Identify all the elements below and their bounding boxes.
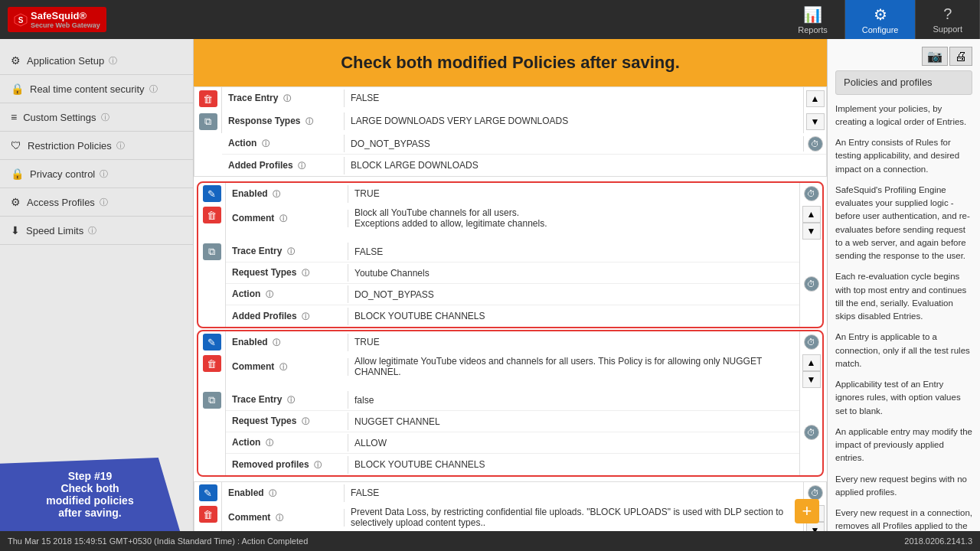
clock-btn-3c[interactable]: ⏱ — [804, 425, 819, 440]
scroll-up-btn[interactable]: ▲ — [802, 354, 821, 371]
status-bar: Thu Mar 15 2018 15:49:51 GMT+0530 (India… — [0, 531, 980, 551]
help-icon-5[interactable]: ⓘ — [100, 197, 108, 208]
copy-btn-3[interactable]: ⧉ — [203, 392, 221, 409]
help-icon[interactable]: ⓘ — [279, 363, 287, 371]
control-col-3c: ⧉ — [198, 390, 226, 475]
scroll-down-btn[interactable]: ▼ — [802, 223, 821, 240]
help-icon-3[interactable]: ⓘ — [116, 140, 125, 152]
sidebar-item-custom-settings[interactable]: ≡ Custom Settings ⓘ — [0, 103, 193, 132]
sidebar-item-speed-limits[interactable]: ⬇ Speed Limits ⓘ — [0, 217, 193, 245]
callout-line3: after saving. — [11, 507, 169, 519]
sidebar-item-application-setup[interactable]: ⚙ Application Setup ⓘ — [0, 47, 193, 75]
help-icon[interactable]: ⓘ — [283, 94, 291, 103]
field-value: TRUE — [348, 334, 799, 350]
configure-label: Configure — [862, 25, 899, 34]
main-layout: ⚙ Application Setup ⓘ 🔒 Real time conten… — [0, 39, 980, 531]
field-value: LARGE DOWNLOADS VERY LARGE DOWNLOADS — [345, 112, 803, 129]
table-row: Action ⓘ ALLOW — [226, 432, 799, 454]
clock-btn-3[interactable]: ⏱ — [804, 334, 819, 350]
configure-nav-btn[interactable]: ⚙ Configure — [845, 0, 916, 39]
help-icon[interactable]: ⓘ — [302, 417, 309, 425]
control-col-4a: ✎ — [194, 482, 222, 504]
scroll-up-btn[interactable]: ▲ — [802, 206, 821, 223]
help-icon[interactable]: ⓘ — [302, 312, 309, 321]
table-row: Trace Entry ⓘ FALSE — [222, 87, 803, 109]
scroll-col-2b: ▲ ▼ — [799, 204, 822, 241]
field-value: NUGGET CHANNEL — [348, 413, 799, 430]
help-icon[interactable]: ⓘ — [287, 247, 295, 256]
support-icon: ? — [943, 5, 952, 23]
delete-btn-3[interactable]: 🗑 — [203, 355, 221, 372]
help-icon-0[interactable]: ⓘ — [109, 55, 117, 67]
help-icon-4[interactable]: ⓘ — [100, 168, 108, 180]
copy-btn-1[interactable]: ⧉ — [199, 113, 217, 130]
help-icon[interactable]: ⓘ — [279, 214, 287, 223]
table-row: Added Profiles ⓘ BLOCK LARGE DOWNLOADS — [222, 155, 826, 176]
sidebar-item-privacy-control[interactable]: 🔒 Privacy control ⓘ — [0, 160, 193, 188]
delete-btn-2[interactable]: 🗑 — [203, 207, 221, 223]
sidebar-item-label: Speed Limits — [26, 225, 83, 236]
panel-actions: 📷 🖨 — [835, 47, 972, 66]
edit-btn-2[interactable]: ✎ — [203, 185, 221, 202]
table-area[interactable]: 🗑 Trace Entry ⓘ FALSE ▲ ⧉ — [194, 86, 827, 531]
add-entry-btn[interactable]: + — [795, 499, 819, 523]
real-time-icon: 🔒 — [11, 83, 24, 95]
print-btn[interactable]: 🖨 — [949, 47, 972, 66]
clock-btn-2[interactable]: ⏱ — [804, 186, 819, 201]
field-label: Action ⓘ — [226, 285, 348, 303]
field-value: DO_NOT_BYPASS — [348, 286, 799, 303]
entry-group-1a: 🗑 Trace Entry ⓘ FALSE ▲ — [194, 87, 826, 110]
sidebar-item-label: Access Profiles — [27, 197, 95, 208]
fields-col-1b: Response Types ⓘ LARGE DOWNLOADS VERY LA… — [222, 110, 803, 133]
help-icon[interactable]: ⓘ — [273, 190, 280, 198]
field-label: Request Types ⓘ — [226, 412, 348, 430]
copy-btn-2[interactable]: ⧉ — [203, 243, 221, 260]
callout-line2: modified policies — [11, 494, 169, 507]
configure-icon: ⚙ — [874, 5, 887, 24]
table-row: Action ⓘ DO_NOT_BYPASS ⏱ — [222, 133, 826, 155]
support-nav-btn[interactable]: ? Support — [916, 0, 980, 39]
clock-btn-4[interactable]: ⏱ — [808, 485, 823, 500]
help-icon[interactable]: ⓘ — [276, 514, 283, 522]
clock-btn-2c[interactable]: ⏱ — [804, 276, 819, 292]
logo-area: S SafeSquid® Secure Web Gateway — [0, 7, 114, 32]
entry-section-3: ✎ Enabled ⓘ TRUE ⏱ 🗑 — [197, 330, 824, 477]
field-value: DO_NOT_BYPASS — [345, 135, 803, 152]
help-icon[interactable]: ⓘ — [287, 396, 295, 404]
delete-btn-1[interactable]: 🗑 — [199, 90, 217, 107]
delete-btn-4[interactable]: 🗑 — [199, 506, 217, 523]
help-icon[interactable]: ⓘ — [302, 269, 309, 277]
help-icon-2[interactable]: ⓘ — [101, 112, 109, 123]
entry-group-2a: ✎ Enabled ⓘ TRUE ⏱ — [198, 183, 822, 204]
help-icon[interactable]: ⓘ — [314, 461, 322, 469]
scroll-col-1a: ▲ — [803, 87, 826, 110]
custom-settings-icon: ≡ — [11, 111, 17, 123]
panel-para-1: An Entry consists of Rules for testing a… — [835, 136, 972, 176]
sidebar-item-real-time[interactable]: 🔒 Real time content security ⓘ — [0, 75, 193, 103]
scroll-up-btn[interactable]: ▲ — [806, 90, 825, 107]
edit-btn-4[interactable]: ✎ — [199, 484, 217, 501]
table-row: Trace Entry ⓘ false — [226, 390, 799, 411]
reports-nav-btn[interactable]: 📊 Reports — [781, 0, 845, 39]
support-label: Support — [933, 24, 962, 34]
help-icon[interactable]: ⓘ — [269, 489, 276, 497]
sidebar-item-restriction-policies[interactable]: 🛡 Restriction Policies ⓘ — [0, 132, 193, 160]
scroll-col-3c: ⏱ — [799, 390, 822, 475]
fields-col-4a: Enabled ⓘ FALSE — [222, 482, 803, 504]
sidebar-item-access-profiles[interactable]: ⚙ Access Profiles ⓘ — [0, 188, 193, 217]
screenshot-btn[interactable]: 📷 — [922, 47, 948, 66]
clock-btn-1[interactable]: ⏱ — [808, 136, 823, 152]
help-icon-1[interactable]: ⓘ — [149, 83, 158, 95]
help-icon[interactable]: ⓘ — [305, 117, 313, 126]
help-icon-6[interactable]: ⓘ — [88, 225, 96, 236]
scroll-down-btn[interactable]: ▼ — [802, 371, 821, 388]
help-icon[interactable]: ⓘ — [262, 139, 270, 148]
help-icon[interactable]: ⓘ — [266, 290, 273, 298]
help-icon[interactable]: ⓘ — [298, 161, 305, 170]
sidebar-item-label: Restriction Policies — [28, 140, 112, 152]
scroll-down-btn[interactable]: ▼ — [806, 113, 825, 130]
help-icon[interactable]: ⓘ — [266, 439, 273, 447]
top-nav: S SafeSquid® Secure Web Gateway 📊 Report… — [0, 0, 980, 39]
help-icon[interactable]: ⓘ — [273, 338, 280, 347]
edit-btn-3[interactable]: ✎ — [203, 334, 221, 350]
